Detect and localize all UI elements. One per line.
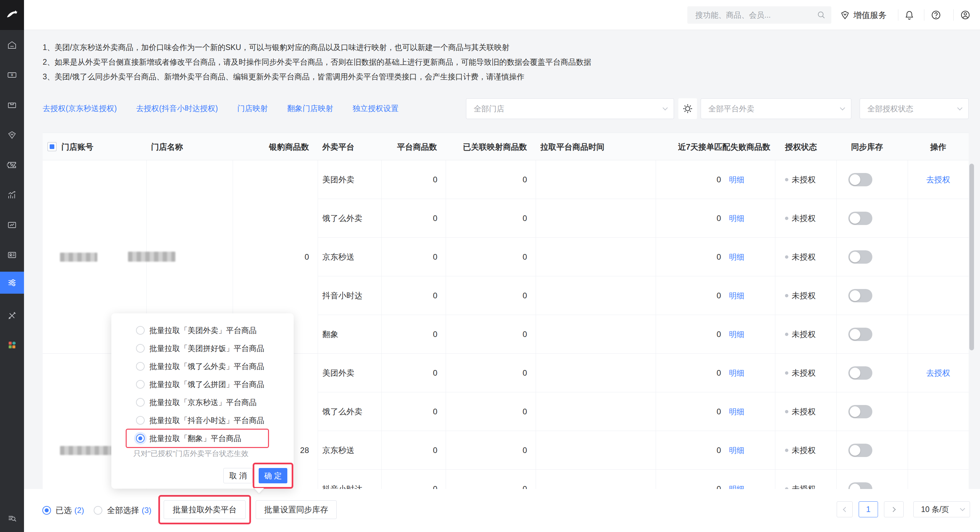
detail-link[interactable]: 明细 (729, 329, 745, 340)
detail-link[interactable]: 明细 (729, 407, 745, 417)
link-store-mapping[interactable]: 门店映射 (237, 104, 268, 114)
go-authorize-link[interactable] (908, 276, 969, 315)
sidebar-item-tools[interactable] (0, 306, 24, 326)
option-label: 批量拉取「美团拼好饭」平台商品 (150, 343, 264, 354)
sync-stock-toggle[interactable] (848, 173, 872, 186)
select-all-radio[interactable]: 全部选择 (3) (94, 505, 151, 516)
sync-stock-toggle[interactable] (848, 328, 872, 341)
global-search[interactable] (687, 6, 831, 24)
detail-link[interactable]: 明细 (729, 368, 745, 378)
notifications-button[interactable] (904, 0, 915, 30)
batch-pull-button[interactable]: 批量拉取外卖平台 (164, 500, 246, 519)
popup-option-selected[interactable]: 批量拉取「翻象」平台商品 (111, 429, 294, 448)
go-authorize-link[interactable] (908, 431, 969, 470)
radio-off-icon (94, 506, 102, 514)
sidebar-item-home[interactable] (0, 35, 24, 55)
status-dot (785, 371, 788, 375)
selected-radio[interactable]: 已选 (2) (42, 505, 84, 516)
filter-auth-select[interactable]: 全部授权状态 (860, 98, 969, 119)
go-authorize-link[interactable]: 去授权 (908, 354, 969, 392)
sync-stock-toggle[interactable] (848, 250, 872, 264)
fail-count: 0 (717, 368, 721, 377)
link-douyin-auth[interactable]: 去授权(抖音小时达授权) (136, 104, 218, 114)
popup-option[interactable]: 批量拉取「京东秒送」平台商品 (111, 393, 294, 411)
notice-line-2: 2、如果是从外卖平台侧直接新增或者修改平台商品，请及时操作同步外卖平台商品，否则… (43, 55, 591, 69)
go-authorize-link[interactable]: 去授权 (908, 160, 969, 199)
sync-stock-toggle[interactable] (848, 482, 872, 489)
radio-off-icon (136, 398, 145, 407)
next-page-button[interactable] (884, 501, 904, 517)
table-scrollbar[interactable] (969, 164, 974, 350)
sync-stock-toggle[interactable] (848, 405, 872, 418)
sidebar-item-cashier[interactable]: ¥ (0, 65, 24, 85)
option-label: 批量拉取「抖音小时达」平台商品 (150, 415, 264, 426)
sidebar-item-statistics[interactable] (0, 185, 24, 205)
go-authorize-link[interactable] (908, 238, 969, 276)
go-authorize-link[interactable] (908, 392, 969, 431)
sidebar-item-settings-active[interactable] (0, 272, 24, 294)
status-dot (785, 449, 788, 452)
detail-link[interactable]: 明细 (729, 484, 745, 489)
sidebar-item-apps[interactable] (0, 335, 24, 355)
pospal-logo[interactable] (0, 0, 24, 30)
apps-icon (7, 340, 17, 350)
filter-store-select[interactable]: 全部门店 (466, 98, 674, 119)
sidebar-search-toggle[interactable] (0, 508, 24, 528)
filter-settings-button[interactable] (678, 98, 697, 119)
sidebar-item-staff[interactable] (0, 245, 24, 265)
detail-link[interactable]: 明细 (729, 291, 745, 301)
go-authorize-link[interactable] (908, 470, 969, 489)
prev-page-button[interactable] (837, 501, 853, 517)
popup-option[interactable]: 批量拉取「饿了么外卖」平台商品 (111, 357, 294, 375)
search-input[interactable] (687, 11, 817, 20)
popup-option[interactable]: 批量拉取「饿了么拼团」平台商品 (111, 375, 294, 393)
popup-option[interactable]: 批量拉取「美团外卖」平台商品 (111, 321, 294, 339)
value-added-services[interactable]: 增值服务 (840, 0, 887, 30)
platform-row: 美团外卖 0 0 0明细 未授权 去授权 (318, 160, 969, 199)
select-all-checkbox[interactable] (47, 142, 57, 151)
platform-name: 美团外卖 (322, 160, 354, 199)
detail-link[interactable]: 明细 (729, 252, 745, 262)
cancel-button[interactable]: 取 消 (223, 468, 253, 483)
confirm-button[interactable]: 确 定 (259, 468, 287, 483)
search-icon[interactable] (817, 10, 826, 20)
popup-option[interactable]: 批量拉取「抖音小时达」平台商品 (111, 411, 294, 429)
go-authorize-link[interactable] (908, 315, 969, 354)
page-number[interactable]: 1 (859, 501, 878, 517)
sync-stock-toggle[interactable] (848, 212, 872, 225)
chevron-left-icon (843, 507, 848, 512)
batch-sync-stock-button[interactable]: 批量设置同步库存 (256, 500, 337, 519)
go-authorize-link[interactable] (908, 199, 969, 238)
search-list-icon (7, 513, 17, 523)
link-independent-auth[interactable]: 独立授权设置 (353, 104, 399, 114)
detail-link[interactable]: 明细 (729, 213, 745, 224)
mapped-product-count: 0 (445, 315, 527, 354)
option-label: 批量拉取「饿了么拼团」平台商品 (150, 379, 264, 390)
sidebar-item-membership[interactable] (0, 125, 24, 145)
filter-platform-select[interactable]: 全部平台外卖 (701, 98, 851, 119)
sync-stock-toggle[interactable] (848, 444, 872, 457)
help-icon (931, 10, 941, 20)
sidebar-item-products[interactable] (0, 95, 24, 115)
mapped-product-count: 0 (445, 392, 527, 431)
link-fanxiang-store-mapping[interactable]: 翻象门店映射 (287, 104, 333, 114)
app-root: ¥ 增值服务 1、美团/京东秒送外卖商品，加价口味会作为一个新的SKU，可以与银… (0, 0, 980, 532)
fail-count: 0 (717, 446, 721, 455)
popup-option[interactable]: 批量拉取「美团拼好饭」平台商品 (111, 339, 294, 357)
mapped-product-count: 0 (445, 276, 527, 315)
popup-hint: 只对"已授权"门店外卖平台状态生效 (133, 449, 249, 459)
page-size-select[interactable]: 10 条/页 (913, 501, 970, 517)
platform-row: 抖音小时达 0 0 0明细 未授权 (318, 276, 969, 315)
sidebar-item-reports[interactable] (0, 215, 24, 235)
sync-stock-toggle[interactable] (848, 289, 872, 302)
account-menu[interactable] (960, 0, 970, 30)
sync-stock-toggle[interactable] (848, 366, 872, 380)
detail-link[interactable]: 明细 (729, 445, 745, 456)
help-button[interactable] (931, 0, 941, 30)
platform-product-count: 0 (373, 315, 438, 354)
popover-arrow (254, 488, 264, 493)
pospal-product-count: 0 (233, 251, 309, 263)
link-jd-auth[interactable]: 去授权(京东秒送授权) (43, 104, 117, 114)
detail-link[interactable]: 明细 (729, 175, 745, 185)
sidebar-item-promotions[interactable] (0, 155, 24, 175)
